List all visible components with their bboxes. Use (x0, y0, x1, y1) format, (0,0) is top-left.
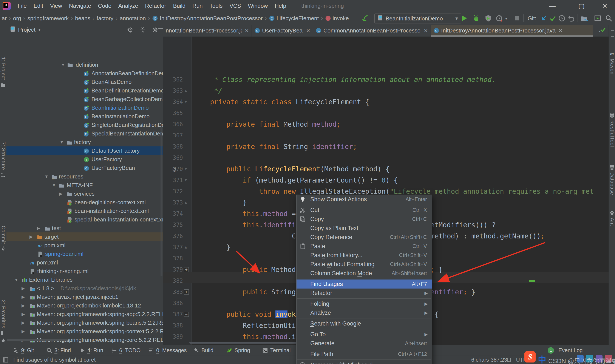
toolwindow-button-spring[interactable]: Spring (226, 345, 250, 355)
tree-item-maven-javax-inject-javax-inject-1[interactable]: ▶Maven: javax.inject:javax.inject:1 (6, 293, 163, 301)
breadcrumb-lifecycleelement[interactable]: CLifecycleElement (269, 15, 319, 22)
fold-plus-icon[interactable]: + (184, 267, 189, 272)
code-line-362[interactable]: * Class representing injection informati… (214, 74, 496, 85)
menu-file[interactable]: File (14, 3, 30, 9)
changes-folder-icon[interactable] (581, 15, 588, 22)
menu-item-copy-as-plain-text[interactable]: Copy as Plain Text (296, 224, 432, 233)
run-configuration-select[interactable]: BeanInitializationDemo ▼ (374, 13, 461, 24)
menu-item-generate[interactable]: Generate...Alt+Insert (296, 339, 432, 348)
toolwindow-button-0-messages[interactable]: 0: Messages (148, 345, 187, 355)
fold-end-icon[interactable]: ▴ (185, 88, 187, 93)
menu-item-paste-from-history[interactable]: Paste from History...Ctrl+Shift+V (296, 251, 432, 260)
tab-userfactorybean-java[interactable]: CUserFactoryBean.java✕ (252, 25, 313, 37)
close-tab-icon[interactable]: ✕ (245, 28, 249, 34)
menu-run[interactable]: Run (189, 3, 206, 9)
breadcrumb-initdestroyannotationbeanpostprocessor[interactable]: CInitDestroyAnnotationBeanPostProcessor (152, 15, 263, 22)
code-line-373[interactable]: } (243, 197, 247, 208)
rollback-button[interactable] (568, 15, 575, 22)
toolwindow-button-4-run[interactable]: 4: Run (79, 345, 103, 355)
breadcrumb-springframework[interactable]: springframework (27, 15, 69, 22)
profiler-dropdown-icon[interactable]: ▼ (504, 16, 508, 21)
menu-item-compare-with-clipboard[interactable]: Compare with Clipboard (296, 360, 432, 364)
inspections-ok-icon[interactable] (600, 26, 606, 34)
tree-item-resources[interactable]: ▼resources (6, 172, 163, 181)
maximize-button[interactable]: ▢ (571, 0, 591, 12)
chevron-expanded-icon[interactable]: ▼ (44, 172, 49, 181)
collapse-all-icon[interactable] (139, 27, 146, 35)
menu-item-show-context-actions[interactable]: Show Context ActionsAlt+Enter (296, 195, 432, 204)
tree-item-annotationbeandefinitiondemo[interactable]: CAnnotationBeanDefinitionDemo (6, 69, 163, 78)
tree-item-thinking-in-spring-iml[interactable]: thinking-in-spring.iml (6, 267, 163, 275)
tree-item-specialbeaninstantiationdemo[interactable]: CSpecialBeanInstantiationDemo (6, 129, 163, 138)
stripe-ant[interactable]: Ant (609, 210, 615, 226)
code-line-363[interactable]: */ (214, 85, 222, 96)
project-panel-title[interactable]: Project (18, 26, 36, 33)
stripe-2-favorites[interactable]: 2: Favorites (0, 300, 6, 343)
tree-item-maven-org-springframework-spring-aop-5-2-2-release[interactable]: ▶Maven: org.springframework:spring-aop:5… (6, 310, 163, 318)
code-line-364[interactable]: private static class LifecycleElement { (210, 96, 369, 107)
run-button[interactable] (460, 15, 468, 22)
tree-item-definition[interactable]: ▼definition (6, 60, 163, 69)
menu-item-cut[interactable]: CutCtrl+X (296, 206, 432, 215)
tree-item-services[interactable]: ▶services (6, 189, 163, 198)
line-ending[interactable]: LF (507, 355, 513, 364)
menu-item-column-selection-mode[interactable]: Column Selection ModeAlt+Shift+Insert (296, 269, 432, 278)
chevron-collapsed-icon[interactable]: ▶ (22, 310, 25, 318)
build-changes-icon[interactable] (361, 14, 369, 23)
code-line-370[interactable]: public LifecycleElement(Method method) { (226, 163, 390, 175)
chevron-collapsed-icon[interactable]: ▶ (22, 284, 25, 293)
fold-start-icon[interactable]: ▾ (185, 99, 187, 104)
stripe-commit[interactable]: Commit (0, 226, 6, 251)
stripe-maven[interactable]: mMaven (609, 51, 615, 75)
breadcrumb-invoke[interactable]: minvoke (325, 15, 349, 22)
menu-build[interactable]: Build (170, 3, 189, 9)
toolwindow-button-6-todo[interactable]: 6: TODO (111, 345, 141, 355)
menu-item-paste-without-formatting[interactable]: Paste without FormattingCtrl+Alt+Shift+V (296, 260, 432, 269)
tree-item-factory[interactable]: ▼factory (6, 138, 163, 146)
tree-item-external-libraries[interactable]: ▼External Libraries (6, 275, 163, 284)
chevron-collapsed-icon[interactable]: ▶ (22, 301, 25, 310)
toolwindow-switcher-icon[interactable] (3, 357, 9, 364)
chevron-expanded-icon[interactable]: ▼ (60, 138, 64, 146)
menu-refactor[interactable]: Refactor (142, 3, 170, 9)
toolwindow-button-9-git[interactable]: 9: Git (13, 345, 34, 355)
menu-item-copy-reference[interactable]: Copy ReferenceCtrl+Alt+Shift+C (296, 233, 432, 242)
tree-item-spring-bean-iml[interactable]: spring-bean.iml (6, 250, 163, 258)
chevron-collapsed-icon[interactable]: ▶ (37, 224, 40, 233)
debug-button[interactable] (473, 15, 480, 22)
toolwindow-button-terminal[interactable]: Terminal (262, 345, 291, 355)
caret-position[interactable]: 387:23 (491, 355, 507, 364)
breadcrumb-org[interactable]: org (13, 15, 21, 22)
tree-item-maven-org-springframework-spring-beans-5-2-2-release[interactable]: ▶Maven: org.springframework:spring-beans… (6, 318, 163, 327)
breadcrumb-ar[interactable]: ar (2, 15, 7, 22)
tree-item-userfactorybean[interactable]: CUserFactoryBean (6, 164, 163, 172)
menu-tools[interactable]: Tools (206, 3, 226, 9)
locate-file-icon[interactable] (127, 27, 134, 35)
tree-item-meta-inf[interactable]: ▼META-INF (6, 181, 163, 189)
tree-item-bean-instantiation-context-xml[interactable]: bean-instantiation-context.xml (6, 207, 163, 215)
chevron-expanded-icon[interactable]: ▼ (52, 181, 56, 189)
project-dropdown-icon[interactable]: ▼ (38, 28, 41, 32)
fold-start-icon[interactable]: ▾ (185, 166, 187, 171)
coverage-button[interactable] (485, 15, 492, 22)
tab-nnotationbeanpostprocessor-java[interactable]: nnotationBeanPostProcessor.java✕ (163, 25, 252, 37)
fold-end-icon[interactable]: ▴ (185, 245, 187, 249)
search-everywhere-icon[interactable] (605, 15, 612, 22)
stripe-1-project[interactable]: 1: Project (0, 57, 6, 87)
tree-item-maven-org-springframework-spring-context-5-2-2-release[interactable]: ▶Maven: org.springframework:spring-conte… (6, 327, 163, 336)
code-line-366[interactable]: private final Method method; (226, 119, 341, 130)
stripe-database[interactable]: Database (609, 165, 615, 195)
tree-item-1-8[interactable]: ▶< 1.8 >D:\worksprace\devtools\jdk\jdk (6, 284, 163, 293)
profiler-button[interactable] (496, 15, 503, 22)
breadcrumb-annotation[interactable]: annotation (120, 15, 146, 22)
fold-start-icon[interactable]: ▾ (185, 178, 187, 182)
gear-icon[interactable] (152, 27, 158, 35)
code-line-371[interactable]: if (method.getParameterCount() != 0) { (243, 175, 398, 186)
toolwindow-button-build[interactable]: Build (193, 345, 214, 355)
menu-item-folding[interactable]: Folding▶ (296, 299, 432, 308)
tree-item-test[interactable]: ▶test (6, 224, 163, 233)
code-line-368[interactable]: private final String identifier; (226, 141, 357, 152)
run-anything-icon[interactable] (594, 15, 601, 22)
menu-item-find-usages[interactable]: Find UsagesAlt+F7 (296, 280, 432, 288)
minimize-button[interactable]: — (542, 0, 562, 12)
